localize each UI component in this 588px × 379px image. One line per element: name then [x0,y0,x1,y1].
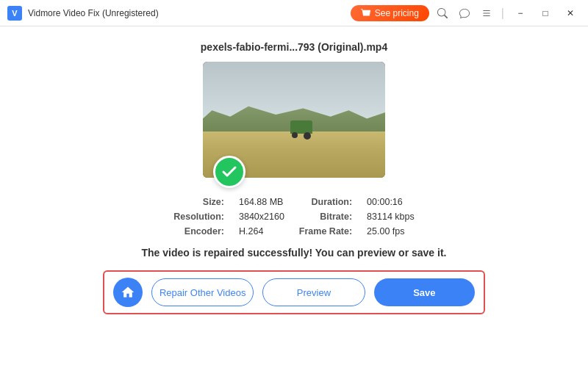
video-thumbnail-wrapper [203,62,385,178]
video-filename: pexels-fabio-fermi...793 (Original).mp4 [201,41,387,53]
app-title: Vidmore Video Fix (Unregistered) [28,8,351,18]
duration-value: 00:00:16 [367,197,415,207]
cart-icon [361,8,371,18]
repair-other-button[interactable]: Repair Other Videos [151,278,254,306]
see-pricing-button[interactable]: See pricing [351,5,429,21]
home-button[interactable] [113,278,143,307]
framerate-value: 25.00 fps [367,226,415,237]
tractor [290,120,312,134]
size-label: Size: [173,197,224,207]
bitrate-label: Bitrate: [299,212,352,222]
success-checkmark [213,156,245,188]
resolution-value: 3840x2160 [239,212,284,222]
action-bar: Repair Other Videos Preview Save [103,270,485,314]
preview-button[interactable]: Preview [262,278,365,306]
pricing-label: See pricing [375,8,419,18]
svg-text:V: V [12,9,18,18]
size-value: 164.88 MB [239,197,284,207]
search-icon-button[interactable] [434,4,451,22]
resolution-label: Resolution: [173,212,224,222]
bitrate-value: 83114 kbps [367,212,415,222]
app-logo: V [7,6,22,21]
encoder-value: H.264 [239,226,284,237]
metadata-grid: Size: 164.88 MB Duration: 00:00:16 Resol… [173,197,415,237]
home-icon [121,285,135,300]
main-content: pexels-fabio-fermi...793 (Original).mp4 … [0,26,588,379]
divider: | [501,7,504,20]
minimize-button[interactable]: − [510,3,531,24]
chat-icon-button[interactable] [456,4,473,22]
close-button[interactable]: ✕ [560,3,581,24]
title-bar: V Vidmore Video Fix (Unregistered) See p… [0,0,588,26]
encoder-label: Encoder: [173,226,224,237]
success-message: The video is repaired successfully! You … [142,247,447,259]
maximize-button[interactable]: □ [535,3,556,24]
duration-label: Duration: [299,197,352,207]
save-button[interactable]: Save [374,278,475,306]
framerate-label: Frame Rate: [299,226,352,237]
title-bar-controls: See pricing | − □ ✕ [351,3,581,24]
menu-icon-button[interactable] [478,4,495,22]
